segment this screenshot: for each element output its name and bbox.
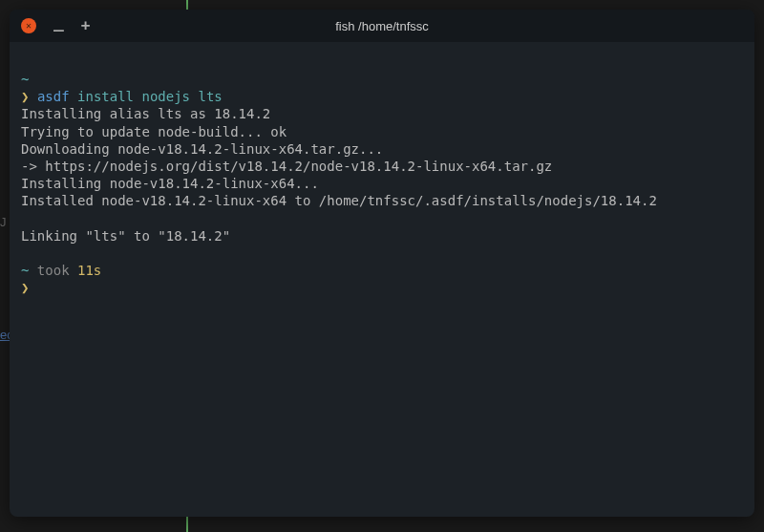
output-line: Trying to update node-build... ok bbox=[21, 123, 743, 140]
command-args: install nodejs lts bbox=[70, 89, 223, 104]
output-line: Installing alias lts as 18.14.2 bbox=[21, 105, 743, 122]
output-line: Downloading node-v18.14.2-linux-x64.tar.… bbox=[21, 140, 743, 158]
new-tab-icon[interactable]: + bbox=[81, 18, 91, 33]
minimize-icon[interactable]: _ bbox=[53, 13, 64, 31]
output-line: Installed node-v18.14.2-linux-x64 to /ho… bbox=[21, 192, 743, 209]
took-label: took bbox=[29, 263, 77, 278]
output-line: Installing node-v18.14.2-linux-x64... bbox=[21, 175, 743, 192]
background-char: J bbox=[0, 215, 7, 229]
terminal-content[interactable]: ~ ❯ asdf install nodejs lts Installing a… bbox=[10, 42, 754, 308]
output-line: Linking "lts" to "18.14.2" bbox=[21, 227, 743, 245]
duration-value: 11s bbox=[77, 263, 101, 278]
cwd-indicator: ~ bbox=[21, 72, 29, 87]
command-name: asdf bbox=[37, 89, 70, 104]
prompt-char: ❯ bbox=[21, 280, 29, 295]
window-title: fish /home/tnfssc bbox=[335, 19, 429, 33]
output-line: -> https://nodejs.org/dist/v18.14.2/node… bbox=[21, 158, 743, 175]
window-controls: ✕ _ + bbox=[21, 17, 90, 34]
close-icon[interactable]: ✕ bbox=[21, 18, 36, 33]
terminal-window: ✕ _ + fish /home/tnfssc ~ ❯ asdf install… bbox=[10, 10, 754, 517]
title-bar: ✕ _ + fish /home/tnfssc bbox=[10, 10, 754, 42]
prompt-char: ❯ bbox=[21, 89, 29, 104]
background-edge-accent-bottom bbox=[186, 515, 188, 532]
